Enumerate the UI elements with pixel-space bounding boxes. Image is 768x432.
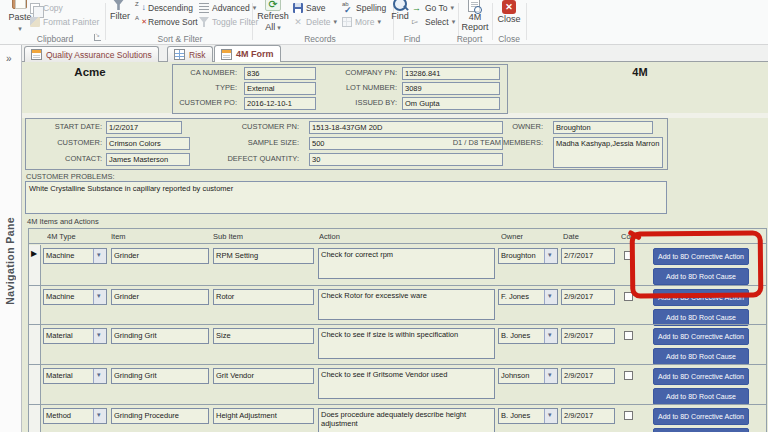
ca-number-label: CA NUMBER:	[177, 68, 237, 77]
defect-quantity-field[interactable]: 30	[309, 153, 503, 166]
action-field[interactable]: Does procedure adequately describe heigh…	[318, 408, 495, 432]
chevron-down-icon[interactable]	[544, 409, 557, 423]
complete-checkbox[interactable]	[624, 411, 633, 420]
go-to-button[interactable]: → Go To	[412, 2, 454, 14]
sub-item-field[interactable]: Grit Vendor	[213, 368, 314, 384]
owner-select[interactable]: Johnson	[498, 368, 558, 384]
tab-quality-assurance-solutions[interactable]: Quality Assurance Solutions	[24, 46, 159, 62]
company-pn-field[interactable]: 13286.841	[402, 67, 500, 80]
item-field[interactable]: Grinder	[111, 289, 209, 305]
sub-item-field[interactable]: Size	[213, 328, 314, 344]
sub-item-field[interactable]: Rotor	[213, 289, 314, 305]
4m-report-button-line2[interactable]: Report	[455, 23, 495, 32]
filter-icon	[112, 0, 125, 10]
spelling-button[interactable]: Spelling	[342, 2, 386, 14]
customer-problems-field[interactable]: White Crystalline Substance in capillary…	[25, 181, 667, 214]
owner-select[interactable]: B. Jones	[498, 328, 558, 344]
navigation-pane-collapsed[interactable]: » Navigation Pane	[0, 45, 22, 432]
item-field[interactable]: Grinder	[111, 248, 209, 264]
chevron-down-icon[interactable]	[93, 409, 106, 423]
record-selector[interactable]	[29, 286, 41, 325]
refresh-all-dropdown[interactable]: All	[256, 23, 290, 32]
remove-sort-button[interactable]: Remove Sort	[135, 16, 198, 28]
chevron-down-icon[interactable]	[544, 369, 557, 383]
add-to-8d-corrective-action-button[interactable]: Add to 8D Corrective Action	[653, 368, 749, 385]
record-selector[interactable]	[29, 325, 41, 364]
spelling-icon	[342, 3, 353, 14]
dialog-launcher-icon[interactable]	[94, 34, 101, 41]
save-button[interactable]: Save	[293, 2, 325, 14]
sub-item-field[interactable]: Height Adjustment	[213, 408, 314, 424]
issued-by-field[interactable]: Om Gupta	[402, 97, 500, 110]
action-field[interactable]: Check to see if size is within specifica…	[318, 328, 495, 359]
chevron-down-icon[interactable]	[93, 329, 106, 343]
lot-number-field[interactable]: 3089	[402, 82, 500, 95]
action-field[interactable]: Check for correct rpm	[318, 248, 495, 279]
descending-button[interactable]: Descending	[135, 2, 193, 14]
defect-quantity-label: DEFECT QUANTITY:	[209, 154, 299, 163]
add-to-8d-root-cause-button[interactable]: Add to 8D Root Cause	[653, 428, 749, 432]
find-button[interactable]: Find	[388, 12, 412, 21]
tab-4m-form[interactable]: 4M Form	[214, 45, 281, 62]
type-field[interactable]: External	[244, 82, 316, 95]
date-field[interactable]: 2/9/2017	[561, 368, 615, 384]
action-field[interactable]: Check to see if Gritsome Vendor used	[318, 368, 495, 399]
ca-number-field[interactable]: 836	[244, 67, 316, 80]
add-to-8d-root-cause-button[interactable]: Add to 8D Root Cause	[653, 388, 749, 405]
customer-field[interactable]: Crimson Colors	[106, 137, 190, 150]
team-members-label: D1 / D8 TEAM MEMBERS:	[433, 138, 543, 147]
contact-field[interactable]: James Masterson	[106, 153, 190, 166]
4m-type-select[interactable]: Method	[43, 408, 107, 424]
4m-report-button[interactable]: 4M	[455, 13, 495, 22]
toggle-filter-button[interactable]: Toggle Filter	[199, 16, 258, 28]
datasheet-icon	[174, 49, 185, 60]
4m-type-select[interactable]: Material	[43, 368, 107, 384]
owner-select[interactable]: F. Jones	[498, 289, 558, 305]
item-field[interactable]: Grinding Grit	[111, 328, 209, 344]
delete-button[interactable]: ✕ Delete	[293, 16, 337, 28]
date-field[interactable]: 2/9/2017	[561, 328, 615, 344]
tab-risk[interactable]: Risk	[167, 46, 213, 62]
date-field[interactable]: 2/7/2017	[561, 248, 615, 264]
more-button[interactable]: More	[342, 16, 381, 28]
advanced-button[interactable]: Advanced	[199, 2, 256, 14]
action-field[interactable]: Check Rotor for excessive ware	[318, 289, 495, 320]
current-record-arrow-icon: ▶	[31, 249, 37, 258]
close-button[interactable]: Close	[494, 15, 524, 24]
4m-type-select[interactable]: Machine	[43, 248, 107, 264]
record-selector[interactable]	[29, 405, 41, 432]
chevron-down-icon[interactable]	[544, 329, 557, 343]
format-painter-button[interactable]: Format Painter	[30, 16, 99, 28]
4m-type-select[interactable]: Material	[43, 328, 107, 344]
chevron-down-icon[interactable]	[93, 369, 106, 383]
chevron-down-icon[interactable]	[544, 249, 557, 263]
item-field[interactable]: Grinding Procedure	[111, 408, 209, 424]
chevron-down-icon[interactable]	[93, 249, 106, 263]
date-field[interactable]: 2/9/2017	[561, 408, 615, 424]
add-to-8d-root-cause-button[interactable]: Add to 8D Root Cause	[653, 348, 749, 365]
owner-field[interactable]: Broughton	[553, 121, 653, 134]
add-to-8d-corrective-action-button[interactable]: Add to 8D Corrective Action	[653, 328, 749, 345]
date-field[interactable]: 2/9/2017	[561, 289, 615, 305]
select-button[interactable]: ▻ Select	[412, 16, 455, 28]
owner-select[interactable]: Broughton	[498, 248, 558, 264]
start-date-field[interactable]: 1/2/2017	[106, 121, 182, 134]
chevron-down-icon[interactable]	[93, 290, 106, 304]
add-to-8d-corrective-action-button[interactable]: Add to 8D Corrective Action	[653, 408, 749, 425]
record-selector[interactable]: ▶	[29, 245, 41, 285]
item-field[interactable]: Grinding Grit	[111, 368, 209, 384]
complete-checkbox[interactable]	[624, 371, 633, 380]
chevron-down-icon[interactable]	[544, 290, 557, 304]
refresh-all-button[interactable]: Refresh	[256, 12, 290, 21]
team-members-field[interactable]: Madha Kashyap,Jessia Marron	[553, 137, 663, 168]
4m-type-select[interactable]: Machine	[43, 289, 107, 305]
copy-button[interactable]: Copy	[30, 2, 63, 14]
complete-checkbox[interactable]	[624, 331, 633, 340]
sub-item-field[interactable]: RPM Setting	[213, 248, 314, 264]
customer-label: CUSTOMER:	[42, 138, 102, 147]
record-selector[interactable]	[29, 365, 41, 404]
customer-po-field[interactable]: 2016-12-10-1	[244, 97, 316, 110]
expand-nav-pane-icon[interactable]: »	[6, 53, 12, 64]
owner-select[interactable]: B. Jones	[498, 408, 558, 424]
filter-button[interactable]: Filter	[106, 12, 134, 21]
